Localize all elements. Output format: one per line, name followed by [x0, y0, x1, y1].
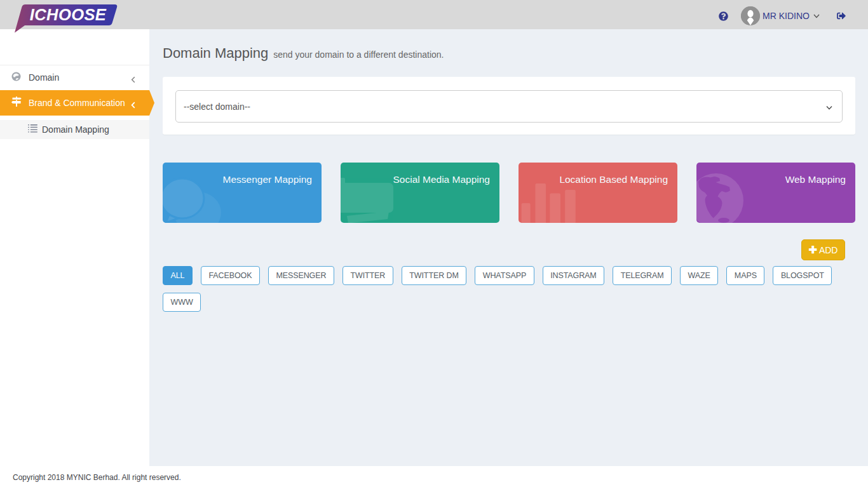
svg-text:ICHOOSE: ICHOOSE	[30, 6, 107, 23]
